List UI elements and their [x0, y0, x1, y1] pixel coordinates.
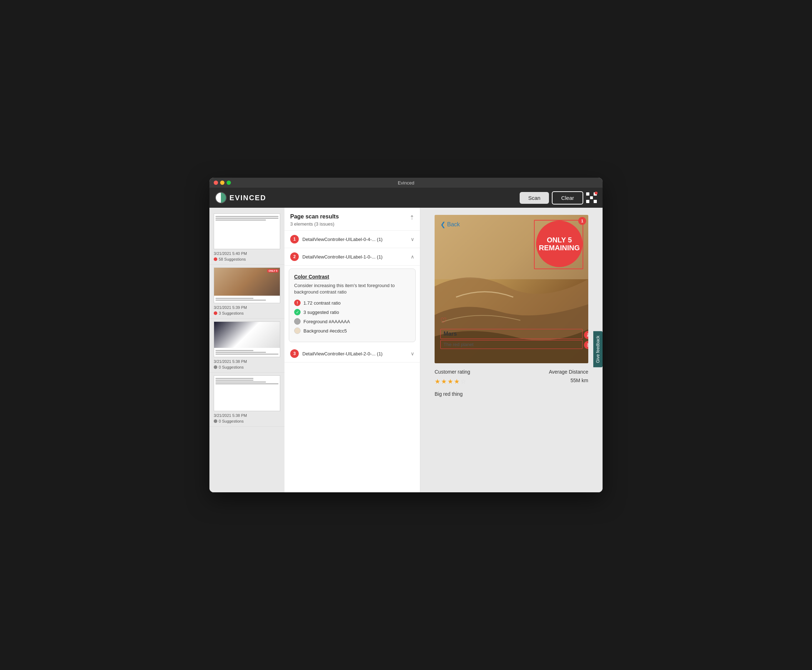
suggested-ratio-value: 3 suggested ratio	[304, 310, 339, 315]
issue-badge-3: 3	[290, 349, 299, 358]
clear-button[interactable]: Clear	[552, 191, 583, 205]
badge-text: 3 Suggestions	[219, 311, 244, 315]
back-button[interactable]: ❮ Back	[440, 221, 460, 228]
issue-item-3[interactable]: 3 DetailViewController-UILabel-2-0-... (…	[284, 345, 420, 362]
main-content: 3/21/2021 5:40 PM 58 Suggestions ONLY 5	[209, 208, 603, 492]
qr-cell	[590, 192, 593, 196]
foreground-color-swatch	[294, 318, 300, 325]
star-3: ★	[447, 377, 453, 386]
list-item[interactable]: ONLY 5 3/21/2021 5:39 PM 3 Suggestions	[209, 265, 284, 318]
customer-rating-label: Customer rating	[435, 369, 470, 375]
qr-cell	[590, 196, 593, 200]
issue-row: 1 DetailViewController-UILabel-0-4-... (…	[290, 235, 414, 244]
contrast-ratio-value: 1.72 contrast ratio	[304, 300, 341, 306]
toolbar-buttons: Scan Clear	[520, 191, 597, 205]
thumb-line	[216, 381, 266, 382]
thumb-line	[216, 220, 266, 221]
foreground-row: Foreground #AAAAAA	[294, 318, 410, 325]
promo-badge-thumb: ONLY 5	[267, 269, 279, 272]
panel-header: Page scan results ⇡ 3 elements (3 issues…	[284, 208, 420, 231]
thumb-line	[216, 380, 253, 381]
issue-detail-title[interactable]: Color Contrast	[294, 274, 410, 279]
star-1: ★	[435, 377, 440, 386]
favorite-icon[interactable]: ♡	[440, 316, 447, 325]
planet-name-field: Mars	[440, 329, 582, 339]
thumb-line	[216, 216, 279, 217]
title-bar: Evinced	[209, 178, 603, 188]
issue-expanded-panel: Color Contrast Consider increasing this …	[289, 269, 416, 342]
feedback-button[interactable]: Give feedback	[593, 332, 603, 367]
rating-distance-row: Customer rating Average Distance	[435, 369, 588, 375]
thumb-content-lines	[214, 296, 280, 303]
qr-button[interactable]	[586, 192, 597, 203]
back-button-label: Back	[447, 221, 460, 228]
badge-dot	[214, 311, 217, 315]
feedback-button-wrapper: Give feedback	[593, 332, 603, 369]
thumb-lines	[214, 214, 280, 223]
list-item[interactable]: 3/21/2021 5:38 PM 0 Suggestions	[209, 372, 284, 426]
thumb-line	[216, 354, 279, 355]
preview-inner: ❮ Back 1 ONLY 5REMAINING ♡ Mars The red …	[420, 208, 603, 492]
results-panel: Page scan results ⇡ 3 elements (3 issues…	[284, 208, 420, 492]
planet-preview-image: ❮ Back 1 ONLY 5REMAINING ♡ Mars The red …	[435, 215, 588, 363]
badge-text: 58 Suggestions	[219, 257, 246, 261]
thumb-date: 3/21/2021 5:38 PM	[214, 413, 280, 418]
maximize-button[interactable]	[226, 181, 231, 185]
planet-description: Big red thing	[435, 391, 588, 397]
issue-item-1[interactable]: 1 DetailViewController-UILabel-0-4-... (…	[284, 231, 420, 248]
background-row: Background #ecdcc5	[294, 328, 410, 334]
close-button[interactable]	[214, 181, 218, 185]
sidebar-thumbnail-list: 3/21/2021 5:40 PM 58 Suggestions ONLY 5	[209, 208, 284, 492]
badge-dot	[214, 257, 217, 261]
check-icon: ✓	[294, 309, 300, 315]
preview-panel: ❮ Back 1 ONLY 5REMAINING ♡ Mars The red …	[420, 208, 603, 492]
chevron-down-icon: ∨	[411, 351, 414, 357]
thumb-lines	[214, 376, 280, 386]
toolbar: EVINCED Scan Clear	[209, 188, 603, 208]
thumb-line	[216, 299, 266, 301]
logo-text: EVINCED	[230, 194, 266, 202]
chevron-up-icon: ∧	[411, 254, 414, 260]
traffic-lights	[214, 181, 231, 185]
promo-outline-box: 1	[534, 220, 583, 269]
list-item[interactable]: 3/21/2021 5:38 PM 0 Suggestions	[209, 318, 284, 372]
share-icon[interactable]: ⇡	[410, 214, 414, 221]
badge-text: 0 Suggestions	[219, 419, 244, 423]
badge-dot	[214, 420, 217, 423]
thumb-content-lines	[214, 348, 280, 357]
issue-label-2: DetailViewController-UILabel-1-0-... (1)	[302, 254, 407, 260]
issue-badge-2: 2	[290, 252, 299, 261]
average-distance-label: Average Distance	[549, 369, 588, 375]
dark-thumbnail	[214, 322, 280, 348]
logo-icon	[215, 192, 226, 203]
thumb-line	[216, 383, 279, 384]
thumb-date: 3/21/2021 5:39 PM	[214, 305, 280, 310]
contrast-ratio-row: ! 1.72 contrast ratio	[294, 299, 410, 306]
issue-label-3: DetailViewController-UILabel-2-0-... (1)	[302, 351, 407, 357]
qr-cell	[586, 200, 589, 203]
average-distance-value: 55M km	[571, 377, 588, 388]
qr-cell	[594, 196, 597, 200]
issue-badge-1: 1	[290, 235, 299, 244]
thumb-line	[216, 350, 253, 351]
qr-cell	[586, 196, 589, 200]
star-rating: ★ ★ ★ ★ ☆	[435, 377, 466, 386]
scan-button[interactable]: Scan	[520, 192, 549, 204]
panel-subtitle: 3 elements (3 issues)	[290, 221, 414, 227]
issue-row: 3 DetailViewController-UILabel-2-0-... (…	[290, 349, 414, 358]
planet-subtitle-field: The red planet	[440, 340, 582, 349]
issue-item-2[interactable]: 2 DetailViewController-UILabel-1-0-... (…	[284, 248, 420, 266]
thumb-date: 3/21/2021 5:38 PM	[214, 359, 280, 364]
qr-cell	[590, 200, 593, 203]
badge-text: 0 Suggestions	[219, 365, 244, 369]
minimize-button[interactable]	[220, 181, 225, 185]
panel-title: Page scan results	[290, 213, 339, 220]
thumb-line	[216, 352, 266, 353]
issue-indicator-1: 1	[578, 217, 586, 225]
qr-notification-dot	[595, 192, 598, 195]
issue-label-1: DetailViewController-UILabel-0-4-... (1)	[302, 237, 407, 242]
star-2: ★	[441, 377, 447, 386]
thumb-badge: 3 Suggestions	[214, 311, 280, 315]
issue-detail-description: Consider increasing this item's text for…	[294, 283, 410, 295]
list-item[interactable]: 3/21/2021 5:40 PM 58 Suggestions	[209, 211, 284, 265]
